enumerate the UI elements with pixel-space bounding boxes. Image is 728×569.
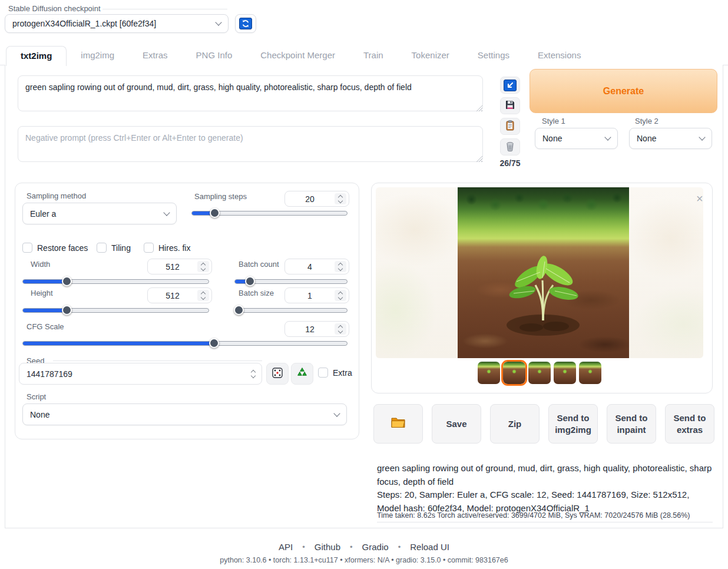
restore-faces-checkbox[interactable]: Restore faces: [22, 243, 88, 253]
stepper-icon[interactable]: [335, 193, 346, 204]
batch-size-value[interactable]: [285, 291, 335, 300]
footer-link-gradio[interactable]: Gradio: [362, 542, 389, 552]
checkpoint-label: Stable Diffusion checkpoint: [8, 4, 101, 13]
footer-link-api[interactable]: API: [279, 542, 293, 552]
clear-prompt-button[interactable]: [500, 138, 520, 156]
tab-png-info[interactable]: PNG Info: [182, 46, 247, 65]
footer-link-github[interactable]: Github: [315, 542, 340, 552]
thumbnail-2-selected[interactable]: [503, 362, 525, 384]
checkbox-icon[interactable]: [22, 243, 32, 253]
tab-img2img[interactable]: img2img: [67, 46, 128, 65]
tab-txt2img[interactable]: txt2img: [6, 46, 67, 66]
checkbox-icon[interactable]: [318, 368, 328, 378]
extra-seed-checkbox[interactable]: Extra: [318, 368, 352, 378]
stepper-icon[interactable]: [335, 323, 346, 335]
thumbnail-4[interactable]: [554, 362, 576, 384]
cfg-scale-slider[interactable]: [22, 338, 348, 349]
generate-button[interactable]: Generate: [530, 69, 717, 113]
stable-diffusion-webui: Stable Diffusion checkpoint protogenX34O…: [0, 0, 728, 569]
footer-link-reload-ui[interactable]: Reload UI: [410, 542, 449, 552]
close-gallery-button[interactable]: ×: [696, 193, 703, 204]
refresh-checkpoint-button[interactable]: [235, 14, 256, 33]
batch-size-input[interactable]: [284, 287, 349, 303]
script-dropdown[interactable]: None: [22, 403, 347, 425]
tab-tokenizer[interactable]: Tokenizer: [398, 46, 464, 65]
prompt-input[interactable]: green sapling rowing out of ground, mud,…: [18, 75, 483, 111]
floppy-disk-icon: [504, 99, 516, 113]
hires-fix-label: Hires. fix: [158, 243, 190, 253]
random-seed-button[interactable]: [266, 363, 289, 385]
sapling-illustration: [499, 244, 587, 338]
width-label: Width: [31, 260, 50, 269]
hires-fix-checkbox[interactable]: Hires. fix: [144, 243, 190, 253]
width-input[interactable]: [147, 259, 212, 274]
bullet-separator: •: [350, 542, 353, 551]
cfg-scale-value[interactable]: [285, 325, 335, 334]
chevron-down-icon: [215, 19, 221, 25]
cfg-scale-input[interactable]: [284, 321, 349, 337]
stepper-icon[interactable]: [197, 290, 209, 301]
style1-dropdown[interactable]: None: [535, 128, 618, 149]
width-value[interactable]: [148, 262, 197, 272]
checkbox-icon[interactable]: [97, 243, 107, 253]
height-slider[interactable]: [22, 305, 209, 316]
batch-count-slider[interactable]: [234, 276, 348, 287]
thumbnail-1[interactable]: [478, 362, 500, 384]
checkbox-icon[interactable]: [144, 243, 154, 253]
send-to-extras-button[interactable]: Send to extras: [665, 404, 714, 444]
tab-checkpoint-merger[interactable]: Checkpoint Merger: [246, 46, 349, 65]
thumbnail-3[interactable]: [528, 362, 551, 384]
height-label: Height: [31, 289, 53, 297]
open-folder-button[interactable]: [373, 404, 423, 444]
refresh-icon: [239, 18, 252, 29]
chevron-down-icon: [604, 134, 611, 140]
checkpoint-label-line: [102, 9, 227, 9]
footer-links: API • Github • Gradio • Reload UI: [0, 542, 728, 552]
seed-input[interactable]: [19, 363, 262, 385]
save-style-button[interactable]: [500, 97, 520, 114]
send-to-img2img-button[interactable]: Send to img2img: [548, 404, 598, 444]
sampling-steps-slider[interactable]: [191, 207, 348, 219]
zip-button[interactable]: Zip: [490, 404, 540, 444]
sampling-steps-input[interactable]: [284, 191, 349, 207]
height-input[interactable]: [147, 287, 212, 303]
extra-label: Extra: [333, 368, 352, 378]
stepper-icon[interactable]: [335, 290, 346, 301]
height-value[interactable]: [148, 291, 197, 300]
tab-extras[interactable]: Extras: [128, 46, 182, 65]
style1-value: None: [542, 134, 562, 143]
save-button[interactable]: Save: [432, 404, 481, 444]
token-counter: 26/75: [498, 158, 522, 168]
send-to-inpaint-button[interactable]: Send to inpaint: [607, 404, 656, 444]
width-slider[interactable]: [22, 276, 209, 287]
cfg-scale-label: CFG Scale: [27, 322, 64, 331]
arrow-down-left-icon: [504, 80, 517, 91]
chevron-down-icon: [163, 209, 170, 216]
batch-count-value[interactable]: [285, 262, 335, 272]
tiling-checkbox[interactable]: Tiling: [97, 243, 131, 253]
stepper-icon[interactable]: [247, 365, 259, 382]
stepper-icon[interactable]: [335, 261, 346, 272]
batch-count-input[interactable]: [284, 259, 349, 274]
batch-size-slider[interactable]: [234, 305, 348, 316]
sampling-method-dropdown[interactable]: Euler a: [22, 203, 177, 224]
tab-extensions[interactable]: Extensions: [524, 46, 595, 65]
reuse-seed-button[interactable]: [291, 363, 313, 385]
tab-train[interactable]: Train: [349, 46, 398, 65]
footer-version-text: python: 3.10.6 • torch: 1.13.1+cu117 • x…: [0, 556, 728, 564]
sampling-method-value: Euler a: [30, 209, 56, 219]
tab-settings[interactable]: Settings: [464, 46, 524, 65]
negative-prompt-input[interactable]: [18, 126, 483, 162]
seed-value[interactable]: [19, 369, 247, 379]
read-parameters-button[interactable]: [500, 77, 520, 94]
thumbnail-5[interactable]: [579, 362, 601, 384]
sampling-steps-value[interactable]: [285, 194, 335, 204]
apply-style-button[interactable]: [500, 118, 520, 135]
folder-icon: [391, 416, 406, 432]
stepper-icon[interactable]: [197, 261, 209, 272]
dice-icon: [271, 366, 284, 382]
style2-dropdown[interactable]: None: [629, 128, 712, 149]
sampling-steps-label: Sampling steps: [194, 192, 247, 201]
checkpoint-dropdown[interactable]: protogenX34OfficialR_1.ckpt [60fe2f34]: [5, 14, 229, 33]
generated-image[interactable]: [458, 187, 629, 358]
